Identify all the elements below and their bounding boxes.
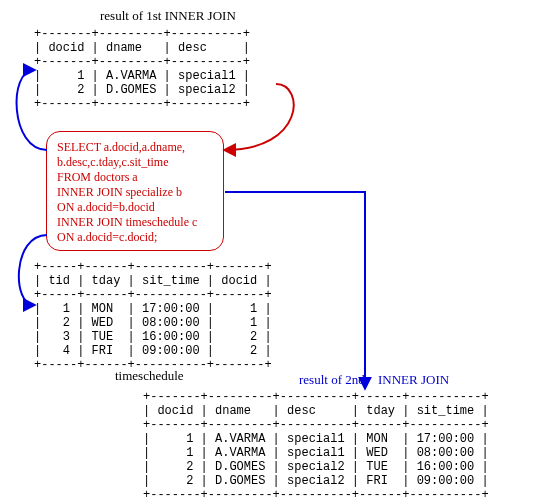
sql-line: INNER JOIN specialize b bbox=[57, 185, 213, 200]
sql-line: SELECT a.docid,a.dname, bbox=[57, 140, 213, 155]
sql-line: ON a.docid=b.docid bbox=[57, 200, 213, 215]
sql-query-box: SELECT a.docid,a.dname, b.desc,c.tday,c.… bbox=[46, 131, 224, 251]
second-join-title-suffix: INNER JOIN bbox=[378, 372, 449, 388]
sql-line: INNER JOIN timeschedule c bbox=[57, 215, 213, 230]
first-join-title: result of 1st INNER JOIN bbox=[100, 8, 236, 24]
first-join-table: +-------+---------+----------+ | docid |… bbox=[34, 27, 250, 111]
sql-line: FROM doctors a bbox=[57, 170, 213, 185]
second-join-table: +-------+---------+----------+------+---… bbox=[143, 390, 489, 502]
second-join-title-prefix: result of 2nd bbox=[299, 372, 365, 388]
timeschedule-table: +-----+------+----------+-------+ | tid … bbox=[34, 260, 272, 372]
sql-line: ON a.docid=c.docid; bbox=[57, 230, 213, 245]
sql-line: b.desc,c.tday,c.sit_time bbox=[57, 155, 213, 170]
